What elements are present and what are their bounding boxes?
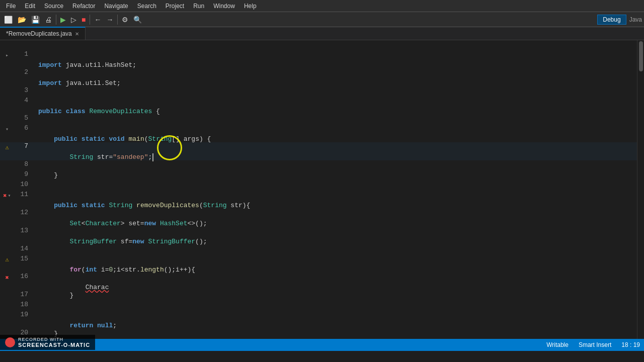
line-number: 9 <box>14 170 32 180</box>
scrollbar-thumb[interactable] <box>639 41 643 71</box>
fold-icon[interactable]: ▸ <box>6 52 9 58</box>
gutter-cell <box>0 301 14 311</box>
toolbar-debug-run[interactable]: ▷ <box>69 15 78 25</box>
code-cell[interactable]: public class RemoveDuplicates { <box>32 97 637 115</box>
menu-project[interactable]: Project <box>162 2 188 11</box>
table-row: 14 <box>0 245 637 255</box>
toolbar-open[interactable]: 📂 <box>16 15 28 25</box>
gutter-cell <box>0 86 14 97</box>
table-row: ✖ 16 Charac <box>0 273 637 291</box>
vertical-scrollbar[interactable] <box>637 40 644 339</box>
table-row: 18 <box>0 301 637 311</box>
code-cell[interactable]: Set<Character> set=new HashSet<>(); <box>32 209 637 227</box>
toolbar-back[interactable]: ← <box>92 15 103 25</box>
screencast-text: RECORDED WITH SCREENCAST-O-MATIC <box>18 337 90 348</box>
toolbar-build[interactable]: ⚙ <box>120 15 130 25</box>
screencast-logo-icon <box>5 337 15 347</box>
code-cell[interactable]: for(int i=0;i<str.length();i++){ <box>32 255 637 273</box>
code-cell[interactable]: public static void main(String[] args) { <box>32 124 637 142</box>
table-row: 13 StringBuffer sf=new StringBuffer(); <box>0 227 637 245</box>
line-number: 11 <box>14 191 32 209</box>
table-row: 19 return null; <box>0 311 637 329</box>
tab-remove-duplicates[interactable]: *RemoveDuplicates.java ✕ <box>0 27 86 40</box>
tab-close-icon[interactable]: ✕ <box>75 31 79 37</box>
toolbar-new[interactable]: ⬜ <box>2 15 15 25</box>
status-writable: Writable <box>546 341 569 348</box>
toolbar-forward[interactable]: → <box>104 15 115 25</box>
line-number: 16 <box>14 273 32 291</box>
code-cell[interactable]: public static String removeDuplicates(St… <box>32 191 637 209</box>
toolbar-save[interactable]: 💾 <box>29 15 42 25</box>
code-cell[interactable]: import java.util.Set; <box>32 68 637 86</box>
gutter-cell <box>0 291 14 301</box>
code-cell[interactable]: } <box>32 170 637 180</box>
table-row: 12 Set<Character> set=new HashSet<>(); <box>0 209 637 227</box>
line-number: 17 <box>14 291 32 301</box>
fold-icon[interactable]: ▾ <box>8 193 11 199</box>
debug-button[interactable]: Debug <box>597 15 626 25</box>
code-cell[interactable]: } <box>32 329 637 339</box>
editor-container: ▸ 1 import java.util.HashSet; 2 import j… <box>0 40 644 339</box>
code-cell[interactable] <box>32 40 637 50</box>
code-cell[interactable] <box>32 86 637 97</box>
code-cell[interactable]: Charac <box>32 273 637 291</box>
table-row: ✖ ▾ 11 public static String removeDuplic… <box>0 191 637 209</box>
menu-search[interactable]: Search <box>133 2 160 11</box>
fold-icon[interactable]: ▾ <box>6 126 9 132</box>
menu-window[interactable]: Window <box>209 2 239 11</box>
menu-bar: File Edit Source Refactor Navigate Searc… <box>0 0 644 12</box>
menu-help[interactable]: Help <box>240 2 261 11</box>
line-number: 10 <box>14 180 32 191</box>
gutter-cell <box>0 40 14 50</box>
menu-source[interactable]: Source <box>40 2 67 11</box>
tab-label: *RemoveDuplicates.java <box>6 30 72 37</box>
table-row: ⚠ 15 for(int i=0;i<str.length();i++){ <box>0 255 637 273</box>
menu-refactor[interactable]: Refactor <box>68 2 99 11</box>
toolbar-print[interactable]: 🖨 <box>43 15 54 25</box>
code-cell[interactable]: } <box>32 291 637 301</box>
gutter-cell <box>0 114 14 124</box>
toolbar-stop[interactable]: ■ <box>79 15 88 25</box>
table-row: ▾ 6 public static void main(String[] arg… <box>0 124 637 142</box>
gutter-cell <box>0 160 14 170</box>
code-cell[interactable]: StringBuffer sf=new StringBuffer(); <box>32 227 637 245</box>
code-cell[interactable] <box>32 180 637 191</box>
recorded-with-label: RECORDED WITH <box>18 337 90 342</box>
code-cell[interactable]: String str="sandeep"; <box>32 142 637 160</box>
menu-edit[interactable]: Edit <box>21 2 39 11</box>
error-icon: ✖ <box>3 192 7 200</box>
table-row: 5 <box>0 114 637 124</box>
code-cell[interactable]: import java.util.HashSet; <box>32 50 637 68</box>
gutter-cell <box>0 68 14 78</box>
toolbar-run[interactable]: ▶ <box>58 15 68 25</box>
toolbar-sep2 <box>90 15 90 25</box>
menu-file[interactable]: File <box>2 2 20 11</box>
screencast-brand-label: SCREENCAST-O-MATIC <box>18 342 90 348</box>
table-row: 2 import java.util.Set; <box>0 68 637 86</box>
menu-navigate[interactable]: Navigate <box>100 2 132 11</box>
line-number: 6 <box>14 124 32 142</box>
java-label: Java <box>629 16 642 23</box>
gutter-cell <box>0 170 14 180</box>
gutter-cell: ⚠ <box>0 142 14 152</box>
gutter-cell <box>0 227 14 237</box>
code-cell[interactable] <box>32 114 637 124</box>
gutter-cell: ▸ <box>0 50 14 60</box>
table-row: ⚠ 7 String str="sandeep"; <box>0 142 637 160</box>
toolbar-sep1 <box>56 15 56 25</box>
gutter-cell <box>0 311 14 321</box>
gutter-cell <box>0 209 14 219</box>
table-row: 9 } <box>0 170 637 180</box>
line-number: 18 <box>14 301 32 311</box>
table-row <box>0 40 637 50</box>
toolbar-sep3 <box>117 15 118 25</box>
warning-icon: ⚠ <box>5 256 9 263</box>
toolbar-search[interactable]: 🔍 <box>131 15 144 25</box>
code-cell[interactable] <box>32 245 637 255</box>
line-number: 12 <box>14 209 32 227</box>
tab-bar: *RemoveDuplicates.java ✕ <box>0 27 644 40</box>
gutter-cell: ▾ <box>0 124 14 134</box>
menu-run[interactable]: Run <box>189 2 208 11</box>
code-cell[interactable]: return null; <box>32 311 637 329</box>
code-cell[interactable] <box>32 301 637 311</box>
